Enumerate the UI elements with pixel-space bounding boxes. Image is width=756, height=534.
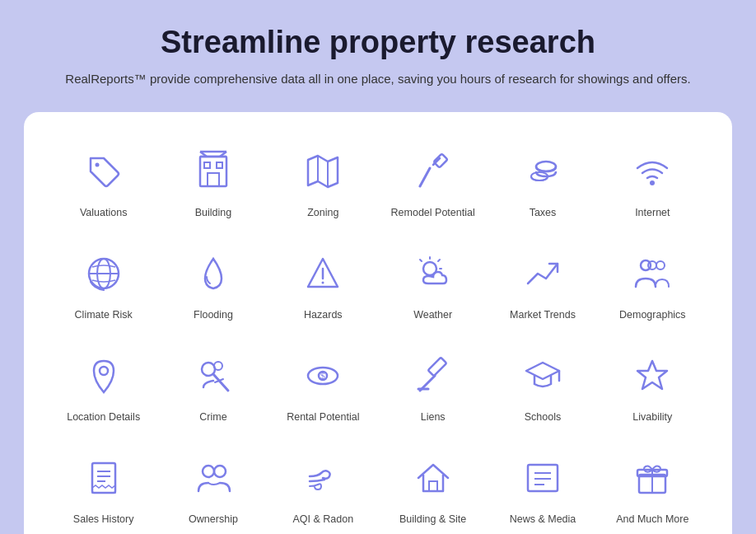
feature-label: Rental Potential: [287, 410, 359, 424]
feature-label: Livability: [632, 410, 672, 424]
feature-item-climate-risk[interactable]: Climate Risk: [49, 239, 158, 333]
feature-label: Market Trends: [510, 308, 576, 321]
feature-label: Zoning: [307, 206, 338, 219]
page-title: Streamline property research: [161, 25, 595, 60]
feature-label: Hazards: [304, 308, 343, 321]
feature-label: Building & Site: [399, 513, 466, 526]
feature-label: Valuations: [80, 206, 127, 219]
feature-label: News & Media: [510, 513, 576, 526]
feature-label: Schools: [525, 410, 561, 424]
hammer-icon: [407, 145, 460, 198]
feature-label: Weather: [413, 308, 452, 321]
svg-marker-39: [526, 363, 559, 379]
feature-label: Demographics: [619, 308, 686, 321]
feature-item-demographics[interactable]: Demographics: [598, 239, 707, 333]
gift-icon: [626, 452, 679, 504]
svg-rect-6: [208, 173, 219, 186]
features-card: Valuations Building Zoning Remodel Poten…: [24, 112, 732, 535]
svg-point-32: [214, 362, 222, 370]
crime-icon: [187, 349, 240, 402]
page-subtitle: RealReports™ provide comprehensive data …: [65, 70, 690, 89]
people-icon: [626, 247, 679, 300]
svg-text:$: $: [320, 372, 325, 381]
feature-label: Ownership: [189, 513, 238, 526]
svg-line-23: [438, 260, 440, 261]
feature-item-rental-potential[interactable]: $ Rental Potential: [268, 341, 378, 435]
graduation-icon: [516, 349, 569, 402]
feature-item-flooding[interactable]: Flooding: [158, 239, 268, 333]
drop-icon: [187, 247, 240, 300]
eye-dollar-icon: $: [296, 349, 349, 402]
trending-up-icon: [516, 247, 569, 300]
globe-icon: [77, 247, 130, 300]
wifi-icon: [626, 145, 679, 198]
feature-item-news--media[interactable]: News & Media: [488, 443, 597, 534]
feature-label: Flooding: [194, 308, 233, 321]
features-grid: Valuations Building Zoning Remodel Poten…: [49, 137, 707, 535]
receipt-icon: [77, 452, 130, 504]
svg-point-46: [203, 466, 214, 477]
pin-icon: [77, 349, 130, 402]
svg-point-29: [100, 367, 108, 375]
sun-cloud-icon: [407, 247, 460, 300]
ownership-icon: [187, 452, 240, 504]
svg-rect-1: [200, 157, 226, 186]
feature-label: Location Details: [67, 410, 140, 424]
feature-item-sales-history[interactable]: Sales History: [49, 443, 158, 534]
feature-item-valuations[interactable]: Valuations: [49, 137, 158, 231]
house-icon: [407, 452, 460, 504]
feature-label: Climate Risk: [75, 308, 133, 321]
feature-label: And Much More: [616, 513, 688, 526]
coins-icon: [516, 145, 569, 198]
feature-item-weather[interactable]: Weather: [378, 239, 488, 333]
feature-item-taxes[interactable]: Taxes: [488, 137, 597, 231]
svg-point-28: [648, 261, 656, 269]
feature-item-schools[interactable]: Schools: [488, 341, 597, 435]
feature-item-internet[interactable]: Internet: [598, 137, 707, 231]
tag-icon: [77, 145, 130, 198]
feature-item-remodel-potential[interactable]: Remodel Potential: [378, 137, 488, 231]
news-icon: [516, 452, 569, 504]
feature-item-market-trends[interactable]: Market Trends: [488, 239, 597, 333]
feature-item-hazards[interactable]: Hazards: [268, 239, 378, 333]
triangle-alert-icon: [296, 247, 349, 300]
feature-item-liens[interactable]: Liens: [378, 341, 488, 435]
feature-label: Building: [195, 206, 231, 219]
feature-label: Liens: [421, 410, 446, 424]
wind-icon: [296, 452, 349, 504]
map-icon: [296, 145, 349, 198]
feature-item-livability[interactable]: Livability: [598, 341, 707, 435]
star-icon: [626, 349, 679, 402]
feature-item-building[interactable]: Building: [158, 137, 268, 231]
feature-label: Remodel Potential: [391, 206, 475, 219]
svg-rect-7: [204, 162, 210, 168]
feature-item-and-much-more[interactable]: And Much More: [598, 443, 707, 534]
svg-rect-11: [433, 153, 447, 167]
feature-label: AQI & Radon: [292, 513, 353, 526]
svg-rect-8: [217, 162, 222, 168]
building-icon: [187, 145, 240, 198]
gavel-icon: [407, 349, 460, 402]
svg-marker-41: [637, 361, 667, 389]
feature-label: Sales History: [73, 513, 134, 526]
svg-line-25: [420, 260, 422, 261]
svg-line-12: [420, 168, 430, 186]
feature-item-aqi--radon[interactable]: AQI & Radon: [268, 443, 378, 534]
svg-point-27: [656, 261, 665, 269]
svg-point-0: [95, 162, 99, 166]
svg-point-47: [214, 466, 226, 477]
svg-rect-48: [429, 481, 437, 491]
feature-item-location-details[interactable]: Location Details: [49, 341, 158, 435]
feature-label: Taxes: [530, 206, 557, 219]
feature-label: Crime: [199, 410, 226, 424]
feature-item-ownership[interactable]: Ownership: [158, 443, 268, 534]
feature-item-crime[interactable]: Crime: [158, 341, 268, 435]
svg-point-20: [322, 281, 324, 283]
feature-label: Internet: [635, 206, 670, 219]
svg-rect-36: [427, 358, 446, 377]
feature-item-building--site[interactable]: Building & Site: [378, 443, 488, 534]
svg-point-15: [650, 180, 655, 185]
feature-item-zoning[interactable]: Zoning: [268, 137, 378, 231]
